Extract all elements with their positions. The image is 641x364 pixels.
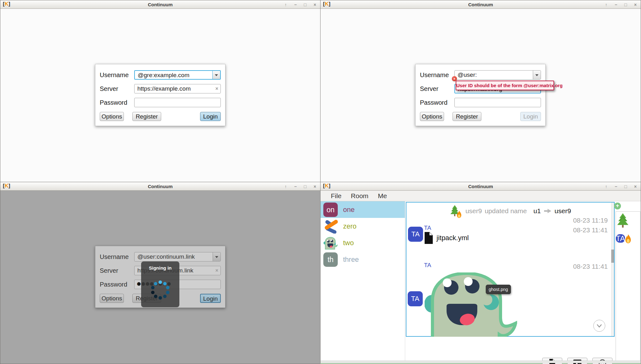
register-button[interactable]: Register: [453, 112, 481, 121]
minimize-icon[interactable]: −: [293, 2, 298, 7]
close-icon[interactable]: ×: [313, 184, 317, 189]
image-tooltip: ghost.png: [486, 285, 511, 294]
minimize-icon[interactable]: −: [293, 184, 298, 189]
member-avatar-tree-fire[interactable]: [616, 225, 630, 230]
minimize-icon[interactable]: −: [614, 184, 618, 189]
shade-icon[interactable]: ↑: [283, 184, 288, 189]
timestamp: 08-23 11:19: [573, 217, 608, 224]
avatar: on: [323, 203, 338, 217]
member-avatar-ta[interactable]: TA: [616, 234, 625, 243]
signing-in-label: Signing in: [141, 265, 179, 271]
avatar: th: [323, 252, 338, 267]
notice-old-name: u1: [533, 207, 541, 215]
error-icon: ×: [452, 76, 457, 81]
menu-room[interactable]: Room: [346, 192, 373, 200]
server-label: Server: [420, 84, 438, 93]
main-window: [K] Continuum ↑ − □ × File Room Me on on…: [320, 182, 641, 364]
app-icon: [K]: [3, 183, 10, 189]
username-label: Username: [420, 70, 449, 80]
username-combobox[interactable]: @user:: [454, 70, 541, 80]
password-field[interactable]: [134, 98, 221, 107]
notice-new-name: user9: [554, 207, 571, 215]
close-icon[interactable]: ×: [633, 184, 638, 189]
clear-icon[interactable]: ×: [215, 84, 218, 93]
server-field[interactable]: https://example.com ×: [134, 84, 221, 93]
titlebar[interactable]: [K] Continuum ↑ − □ ×: [0, 0, 320, 9]
signing-in-popup: Signing in: [141, 261, 179, 307]
room-item-three[interactable]: th three: [320, 251, 405, 268]
sender-name: TA: [424, 224, 431, 231]
member-list: TA: [616, 211, 640, 361]
kotlin-logo-icon: [323, 219, 338, 234]
login-button: Login: [200, 294, 221, 303]
maximize-icon[interactable]: □: [303, 184, 307, 189]
window-title: Continuum: [0, 2, 320, 7]
window-title: Continuum: [320, 184, 641, 189]
minimize-icon[interactable]: −: [614, 2, 618, 7]
login-button[interactable]: Login: [200, 112, 221, 121]
server-label: Server: [100, 266, 118, 275]
file-name: jitpack.yml: [437, 234, 469, 242]
notice-action: updated name: [485, 207, 527, 215]
chevron-down-icon: [213, 252, 220, 261]
register-button[interactable]: Register: [132, 112, 161, 121]
scrollbar[interactable]: [611, 203, 614, 336]
fire-icon: [456, 210, 463, 218]
chevron-down-icon: [596, 324, 602, 328]
menu-me[interactable]: Me: [373, 192, 392, 200]
maximize-icon[interactable]: □: [623, 184, 628, 189]
avatar: TA: [408, 227, 423, 242]
clear-icon: ×: [215, 266, 218, 275]
close-icon[interactable]: ×: [313, 2, 317, 7]
username-combobox[interactable]: @gre:example.com: [134, 70, 221, 80]
maximize-icon[interactable]: □: [303, 2, 307, 7]
app-icon: [K]: [3, 1, 10, 7]
main-area: on one zero: [320, 201, 641, 363]
scrollbar-thumb[interactable]: [611, 250, 614, 263]
shade-icon[interactable]: ↑: [283, 2, 288, 7]
options-button: Options: [100, 294, 124, 303]
login-window-3: [K] Continuum ↑ − □ × Username @user:con…: [0, 182, 320, 364]
titlebar[interactable]: [K] Continuum ↑ − □ ×: [320, 0, 641, 9]
chat-timeline[interactable]: user9 updated name u1 user9 08-23 11:19 …: [406, 202, 615, 337]
room-item-one[interactable]: on one: [320, 201, 405, 218]
username-label: Username: [100, 70, 129, 80]
username-combobox: @user:continuum.link: [134, 252, 221, 261]
avatar: TA: [408, 291, 423, 306]
server-label: Server: [100, 84, 118, 93]
notice-actor: user9: [465, 207, 482, 215]
tree-fire-avatar: [449, 204, 463, 218]
options-button[interactable]: Options: [420, 112, 444, 121]
close-icon[interactable]: ×: [633, 2, 638, 7]
room-item-two[interactable]: two: [320, 235, 405, 251]
add-member-button[interactable]: +: [614, 203, 621, 209]
options-button[interactable]: Options: [100, 112, 124, 121]
chevron-down-icon[interactable]: [212, 71, 220, 79]
password-label: Password: [100, 280, 127, 289]
shade-icon[interactable]: ↑: [604, 184, 608, 189]
login-window-1: [K] Continuum ↑ − □ × Username @gre:exam…: [0, 0, 320, 182]
membership-notice: user9 updated name u1 user9: [406, 204, 614, 218]
password-label: Password: [420, 98, 448, 107]
error-tooltip: User ID should be of the form @user:matr…: [456, 81, 554, 90]
menu-file[interactable]: File: [326, 192, 346, 200]
login-window-content-disabled: Username @user:continuum.link Server htt…: [0, 191, 320, 364]
arrow-right-icon: [543, 208, 552, 214]
titlebar[interactable]: [K] Continuum ↑ − □ ×: [320, 182, 641, 191]
maximize-icon[interactable]: □: [623, 2, 628, 7]
login-button[interactable]: Login: [520, 112, 541, 121]
app-icon: [K]: [323, 183, 331, 189]
room-item-zero[interactable]: zero: [320, 218, 405, 235]
scroll-to-bottom-button[interactable]: [593, 320, 605, 332]
shade-icon[interactable]: ↑: [604, 2, 608, 7]
password-field[interactable]: [454, 98, 541, 107]
chevron-down-icon[interactable]: [533, 71, 541, 79]
timestamp: 08-23 11:41: [573, 263, 608, 270]
login-window-content: Username @gre:example.com Server https:/…: [0, 9, 320, 182]
status-strip: [320, 361, 641, 363]
image-attachment-ghost[interactable]: [425, 272, 517, 337]
ghost-icon: [323, 236, 338, 250]
file-attachment[interactable]: jitpack.yml: [424, 231, 469, 245]
titlebar[interactable]: [K] Continuum ↑ − □ ×: [0, 182, 320, 191]
fire-icon: [624, 234, 632, 244]
